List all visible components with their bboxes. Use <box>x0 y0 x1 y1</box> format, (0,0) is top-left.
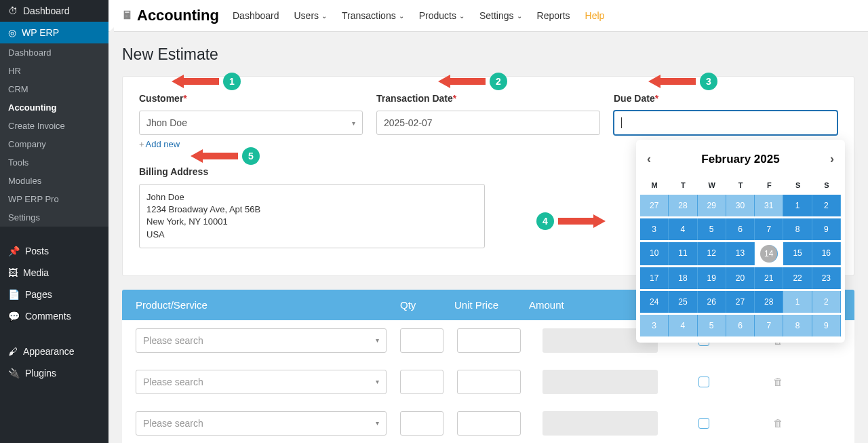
calendar-day[interactable]: 27 <box>640 195 669 216</box>
sub-settings[interactable]: Settings <box>0 208 108 227</box>
calendar-day[interactable]: 29 <box>698 195 726 216</box>
product-select[interactable]: Please search▾ <box>136 411 387 436</box>
calendar-day[interactable]: 6 <box>726 218 755 240</box>
calendar-day[interactable]: 6 <box>726 315 755 336</box>
delete-row-button[interactable]: 🗑 <box>773 417 783 429</box>
annotation-badge: 3 <box>700 73 717 90</box>
calendar-day[interactable]: 30 <box>726 195 755 216</box>
sub-pro[interactable]: WP ERP Pro <box>0 190 108 208</box>
dow-label: T <box>669 176 697 195</box>
customer-select[interactable]: Jhon Doe ▾ <box>139 111 363 135</box>
billing-address-textarea[interactable]: John Doe 1234 Broadway Ave, Apt 56B New … <box>139 184 485 248</box>
comment-icon: 💬 <box>8 311 20 322</box>
sub-hr[interactable]: HR <box>0 62 108 80</box>
calendar-day[interactable]: 26 <box>698 291 726 313</box>
qty-input[interactable] <box>400 328 443 353</box>
calendar-day[interactable]: 8 <box>783 218 812 240</box>
qty-input[interactable] <box>400 370 443 394</box>
sub-dashboard[interactable]: Dashboard <box>0 43 108 62</box>
nav-help[interactable]: Help <box>585 10 605 21</box>
calendar-day[interactable]: 8 <box>783 315 812 336</box>
calendar-day[interactable]: 28 <box>669 195 697 216</box>
calendar-day[interactable]: 4 <box>669 315 697 336</box>
qty-input[interactable] <box>400 411 443 436</box>
calendar-day[interactable]: 24 <box>640 291 669 313</box>
annotation-badge: 1 <box>223 73 241 90</box>
sidebar-item-posts[interactable]: 📌 Posts <box>0 240 108 262</box>
add-new-customer[interactable]: + Add new <box>139 139 180 149</box>
calendar-day[interactable]: 31 <box>755 195 783 216</box>
delete-row-button[interactable]: 🗑 <box>773 376 783 387</box>
nav-reports[interactable]: Reports <box>537 10 570 21</box>
calendar-day[interactable]: 18 <box>669 267 697 289</box>
calendar-day[interactable]: 9 <box>812 218 841 240</box>
calendar-day[interactable]: 1 <box>783 291 812 313</box>
customer-label: Customer* <box>139 93 363 104</box>
calendar-day[interactable]: 7 <box>755 315 783 336</box>
calendar-day[interactable]: 5 <box>698 315 726 336</box>
nav-transactions[interactable]: Transactions⌄ <box>342 10 404 21</box>
sidebar-item-pages[interactable]: 📄 Pages <box>0 284 108 305</box>
sub-crm[interactable]: CRM <box>0 80 108 98</box>
main-content: 🖩 Accounting Dashboard Users⌄ Transactio… <box>108 0 868 443</box>
calendar-day[interactable]: 21 <box>755 267 783 289</box>
calendar-day[interactable]: 1 <box>783 195 812 216</box>
product-select[interactable]: Please search▾ <box>136 328 387 353</box>
calendar-day[interactable]: 19 <box>698 267 726 289</box>
sidebar-item-wperp[interactable]: ◎ WP ERP <box>0 22 108 43</box>
calendar-day[interactable]: 17 <box>640 267 669 289</box>
sidebar-item-dashboard[interactable]: ⏱ Dashboard <box>0 0 108 22</box>
calendar-day[interactable]: 2 <box>812 291 841 313</box>
calendar-day[interactable]: 22 <box>783 267 812 289</box>
sidebar-item-media[interactable]: 🖾 Media <box>0 262 108 284</box>
calendar-day[interactable]: 7 <box>755 218 783 240</box>
calendar-day[interactable]: 16 <box>812 242 841 265</box>
sub-accounting[interactable]: Accounting <box>0 98 108 117</box>
sub-company[interactable]: Company <box>0 135 108 153</box>
nav-products[interactable]: Products⌄ <box>419 10 465 21</box>
sub-modules[interactable]: Modules <box>0 172 108 190</box>
calendar-day[interactable]: 2 <box>812 195 841 216</box>
calendar-day[interactable]: 4 <box>669 218 697 240</box>
due-date-input[interactable] <box>614 111 837 135</box>
calendar-day[interactable]: 5 <box>698 218 726 240</box>
nav-dashboard[interactable]: Dashboard <box>233 10 279 21</box>
prev-month-button[interactable]: ‹ <box>647 152 651 166</box>
calendar-day[interactable]: 25 <box>669 291 697 313</box>
price-input[interactable] <box>457 328 521 353</box>
price-input[interactable] <box>457 370 521 394</box>
nav-settings[interactable]: Settings⌄ <box>479 10 522 21</box>
nav-users[interactable]: Users⌄ <box>294 10 328 21</box>
tax-checkbox[interactable] <box>698 377 709 387</box>
sidebar-item-plugins[interactable]: 🔌 Plugins <box>0 362 108 384</box>
placeholder: Please search <box>143 418 203 429</box>
calendar-day[interactable]: 13 <box>726 242 755 265</box>
calendar-day[interactable]: 23 <box>812 267 841 289</box>
price-input[interactable] <box>457 411 521 436</box>
transaction-date-input[interactable]: 2025-02-07 <box>376 111 600 135</box>
sidebar-item-appearance[interactable]: 🖌 Appearance <box>0 341 108 362</box>
calendar-day[interactable]: 20 <box>726 267 755 289</box>
calendar-day[interactable]: 9 <box>812 315 841 336</box>
sidebar-item-comments[interactable]: 💬 Comments <box>0 305 108 327</box>
sub-tools[interactable]: Tools <box>0 153 108 172</box>
brush-icon: 🖌 <box>8 346 18 357</box>
calendar-day[interactable]: 14 <box>760 245 778 263</box>
calendar-day[interactable]: 12 <box>698 242 726 265</box>
calendar-day[interactable]: 27 <box>726 291 755 313</box>
label-text: Transaction Date <box>376 93 453 104</box>
calendar-day[interactable]: 3 <box>640 315 669 336</box>
placeholder: Please search <box>143 335 203 346</box>
calendar-day[interactable]: 3 <box>640 218 669 240</box>
product-select[interactable]: Please search▾ <box>136 370 387 394</box>
tax-checkbox[interactable] <box>698 418 709 429</box>
calendar-day[interactable]: 15 <box>783 242 812 265</box>
sub-invoice[interactable]: Create Invoice <box>0 117 108 135</box>
dow-label: F <box>755 176 783 195</box>
calendar-day[interactable]: 11 <box>669 242 697 265</box>
th-product: Product/Service <box>136 299 400 311</box>
calendar-day[interactable]: 10 <box>640 242 669 265</box>
plus-icon: + <box>139 139 144 149</box>
next-month-button[interactable]: › <box>830 152 834 166</box>
calendar-day[interactable]: 28 <box>755 291 783 313</box>
